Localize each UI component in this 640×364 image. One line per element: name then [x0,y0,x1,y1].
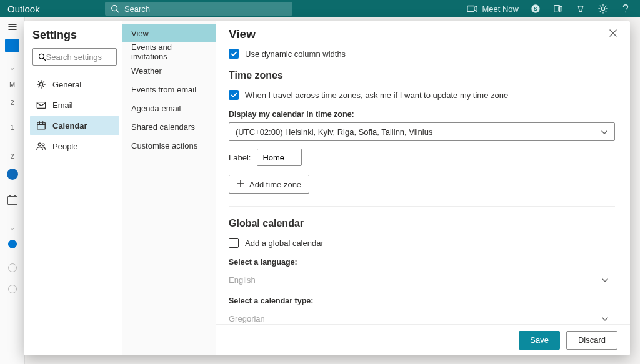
sub-events-invitations[interactable]: Events and invitations [122,42,216,61]
svg-point-19 [42,144,44,146]
svg-rect-14 [38,122,45,129]
svg-point-8 [601,7,604,10]
topbar-icons: Meet Now S [467,3,635,14]
opt-label: When I travel across time zones, ask me … [245,91,508,100]
topbar: Outlook Meet Now S [0,0,640,17]
chevron-down-icon [601,314,609,323]
video-icon [467,3,478,14]
settings-title: Settings [28,29,122,48]
settings-subnav: View Events and invitations Weather Even… [122,21,216,355]
tz-dropdown[interactable]: (UTC+02:00) Helsinki, Kyiv, Riga, Sofia,… [229,122,615,141]
chevron-down-icon[interactable]: ⌄ [0,219,24,236]
meet-now-label: Meet Now [482,4,519,14]
topbar-search-input[interactable] [121,4,288,14]
global-lang-value: English [229,275,256,285]
svg-line-11 [44,58,46,60]
add-timezone-label: Add time zone [249,180,301,189]
cat-calendar[interactable]: Calendar [30,116,119,135]
cat-general[interactable]: General [30,74,119,94]
meet-now-button[interactable]: Meet Now [467,3,519,14]
sub-label: Customise actions [131,141,198,150]
save-button[interactable]: Save [519,331,560,350]
svg-rect-6 [559,6,562,11]
global-type-value: Gregorian [229,314,265,323]
search-box[interactable] [105,2,292,16]
checkbox-icon [229,90,239,100]
sub-label: Agenda email [131,104,181,113]
cat-label: General [52,80,81,89]
sub-label: Shared calendars [131,122,195,132]
sub-shared-calendars[interactable]: Shared calendars [122,117,216,136]
panel-footer: Save Discard [216,324,630,355]
cat-label: People [52,142,78,151]
mail-icon [36,101,46,109]
discard-button[interactable]: Discard [566,331,618,350]
discard-label: Discard [578,335,606,345]
calendar-icon [36,121,46,130]
help-icon[interactable] [620,3,631,14]
svg-rect-13 [37,102,45,108]
section-timezones: Time zones [229,70,615,81]
global-type-dropdown: Gregorian [229,309,615,324]
opt-global-add[interactable]: Add a global calendar [229,238,615,248]
sub-weather[interactable]: Weather [122,61,216,80]
sub-customise-actions[interactable]: Customise actions [122,136,216,155]
calendar-dot[interactable] [8,263,17,272]
settings-modal: Settings General Email Calendar People V… [24,21,630,355]
cat-people[interactable]: People [30,136,119,156]
add-timezone-button[interactable]: Add time zone [229,175,309,194]
cat-label: Calendar [52,121,88,130]
gear-icon [36,79,46,89]
product-title: Outlook [5,4,105,14]
cat-label: Email [52,101,73,110]
avatar[interactable] [7,169,18,180]
search-icon [38,52,46,61]
calendar-dot[interactable] [8,240,17,248]
opt-label: Use dynamic column widths [245,49,346,59]
chevron-down-icon[interactable]: ⌄ [0,59,24,76]
checkbox-icon [229,238,239,248]
today-indicator[interactable] [5,39,19,52]
sub-agenda-email[interactable]: Agenda email [122,99,216,117]
opt-tz-travel[interactable]: When I travel across time zones, ask me … [229,90,615,100]
tz-label-row: Label: [229,149,615,166]
global-lang-label: Select a language: [229,258,615,267]
svg-point-18 [38,143,41,146]
chevron-down-icon [601,127,608,137]
teams-icon[interactable] [552,3,564,14]
settings-search[interactable] [32,48,117,66]
settings-search-input[interactable] [46,52,112,62]
app-left-rail: ⌄ M 2 1 2 ⌄ [0,17,25,364]
sub-label: Events and invitations [131,42,207,61]
settings-categories: Settings General Email Calendar People [24,21,122,355]
settings-panel: View Use dynamic column widths Time zone… [216,21,630,355]
chevron-down-icon [601,275,609,285]
save-label: Save [530,335,549,345]
people-icon [36,142,46,150]
calendar-mini-icon[interactable] [8,196,18,205]
plus-icon [237,180,244,189]
svg-rect-2 [468,6,474,12]
skype-icon[interactable]: S [530,3,541,14]
tz-label-input[interactable] [257,149,302,166]
close-button[interactable] [609,29,620,40]
svg-point-12 [39,82,42,86]
tz-display-label: Display my calendar in time zone: [229,110,615,119]
opt-dynamic-widths[interactable]: Use dynamic column widths [229,49,615,59]
cat-email[interactable]: Email [30,95,119,115]
tz-value: (UTC+02:00) Helsinki, Kyiv, Riga, Sofia,… [236,127,432,137]
gear-icon[interactable] [598,3,609,14]
notifications-icon[interactable] [575,3,586,14]
section-global: Global calendar [229,218,615,229]
sub-label: Events from email [131,85,196,94]
sub-label: View [131,29,149,38]
panel-scroll[interactable]: Use dynamic column widths Time zones Whe… [216,46,630,324]
opt-label: Add a global calendar [245,239,324,248]
hamburger-icon[interactable] [0,17,25,36]
sub-view[interactable]: View [122,24,216,42]
calendar-dot[interactable] [8,285,17,293]
sub-events-from-email[interactable]: Events from email [122,80,216,99]
search-icon [110,3,121,14]
tz-label-lbl: Label: [229,153,251,162]
sub-label: Weather [131,66,162,76]
